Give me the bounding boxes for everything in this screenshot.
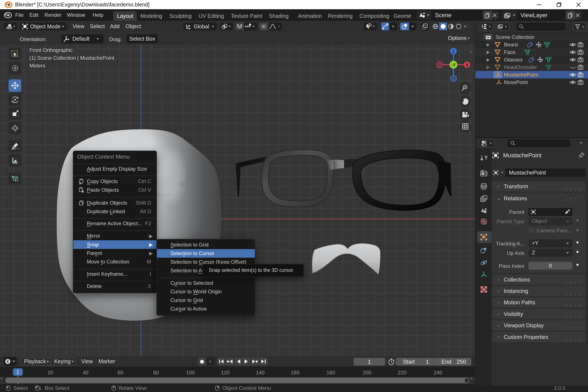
- svg-text:-Y: -Y: [451, 62, 456, 67]
- svg-text:Z: Z: [452, 49, 455, 54]
- svg-text:X: X: [466, 62, 468, 67]
